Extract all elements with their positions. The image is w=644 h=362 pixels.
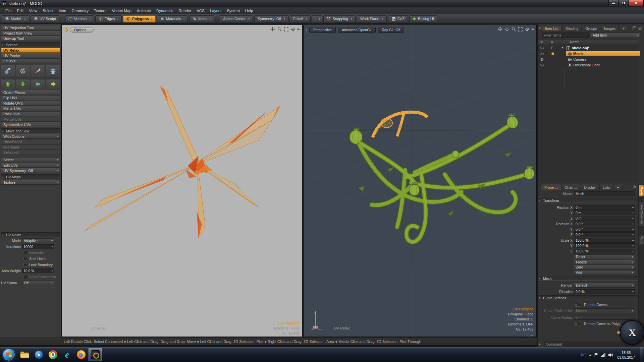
gear-icon[interactable] [291, 27, 295, 32]
reset-button[interactable]: Reset▾ [574, 254, 635, 259]
uv-map-texture-dropdown[interactable]: Texture▾ [1, 180, 60, 185]
position-z-field[interactable]: 0 m◂▸ [574, 216, 635, 221]
panel-collapse-icon[interactable]: ◀ [538, 26, 540, 29]
fit-uvs-button[interactable]: Fit UVs [1, 58, 60, 63]
side-tab-user-channels[interactable]: User Channels [639, 201, 644, 227]
light-item-label[interactable]: Directional Light [573, 63, 600, 67]
side-tab-mesh[interactable]: Mesh [639, 185, 644, 197]
render-curves-checkbox[interactable] [574, 303, 581, 307]
render-curve-as-poly-checkbox[interactable] [574, 322, 581, 326]
with-options-dropdown[interactable]: With Options▾ [1, 134, 60, 139]
uv-projection-tool-button[interactable]: UV Projection Tool [1, 25, 60, 30]
mini-slider-icon[interactable]: ◂▸ [632, 206, 634, 209]
eye-icon[interactable] [540, 58, 544, 61]
lock-boundary-checkbox[interactable] [23, 263, 27, 267]
uv-symmetry-dropdown[interactable]: UV Symmetry: Off▾ [1, 168, 60, 173]
falloff-dropdown[interactable]: Falloff▾ [290, 15, 311, 22]
maximize-button[interactable] [619, 0, 628, 6]
symmetry-dropdown[interactable]: Symmetry: Off▾ [254, 15, 288, 22]
menu-help[interactable]: Help [243, 8, 256, 13]
ray-gl-button[interactable]: Ray GL: Off [378, 27, 404, 33]
uv-relax-section-header[interactable]: ▾UV Relax [1, 232, 60, 237]
zero-button[interactable]: Zero▾ [574, 265, 635, 269]
maximize-viewport-icon[interactable] [284, 27, 288, 32]
menu-render[interactable]: Render [176, 8, 194, 13]
advanced-opengl-button[interactable]: Advanced OpenGL [338, 27, 376, 33]
mini-slider-icon[interactable]: ◂▸ [632, 290, 634, 293]
menu-animate[interactable]: Animate [134, 8, 154, 13]
spread-section-header[interactable]: ▾Spread [1, 42, 60, 47]
eye-icon[interactable] [540, 52, 544, 55]
zoom-icon[interactable] [277, 27, 282, 32]
mode-vertices-button[interactable]: Vertices 1 [65, 15, 94, 22]
expand-triangle-icon[interactable]: ▼ [561, 46, 564, 49]
rotation-z-field[interactable]: 0.0 °◂▸ [574, 232, 635, 237]
action-center-flag-icon[interactable] [594, 353, 598, 357]
tab-item-list[interactable]: Item List [542, 25, 562, 31]
show-desktop-button[interactable] [640, 347, 643, 362]
uv-move-down-button[interactable] [16, 79, 30, 89]
rotate-uvs-button[interactable]: Rotate UV's [1, 101, 60, 106]
mini-slider-icon[interactable]: ◂▸ [632, 233, 634, 236]
speaker-icon[interactable] [608, 353, 613, 357]
rotation-y-field[interactable]: 0.0 °◂▸ [574, 227, 635, 232]
gear-icon[interactable] [525, 27, 529, 32]
close-button[interactable]: × [629, 0, 644, 6]
viewport-menu-chevron-icon[interactable]: ▾ [306, 28, 307, 32]
mini-slider-icon[interactable]: ◂▸ [52, 245, 53, 248]
mini-slider-icon[interactable]: ◂▸ [52, 269, 53, 272]
menu-geometry[interactable]: Geometry [69, 8, 91, 13]
uv-move-right-button[interactable] [46, 79, 60, 89]
tree-row-camera[interactable]: Camera [538, 57, 638, 62]
camera-item-label[interactable]: Camera [573, 57, 586, 61]
goz-button[interactable]: GoZ [388, 15, 408, 22]
hidden-icons-chevron[interactable]: ▲ [589, 353, 592, 356]
gear-icon[interactable] [638, 26, 642, 30]
mesh-section-header[interactable]: ▾Mesh [538, 276, 638, 281]
curve-settings-section-header[interactable]: ▾Curve Settings [538, 295, 638, 300]
scale-z-field[interactable]: 100.0 %◂▸ [574, 249, 635, 253]
snapping-button[interactable]: Snapping▾ [323, 15, 356, 22]
eye-icon[interactable] [540, 64, 544, 67]
action-center-dropdown[interactable]: Action Center▾ [220, 15, 253, 22]
acs-kit-button[interactable]: X [620, 320, 644, 345]
mini-slider-icon[interactable]: ◂▸ [632, 250, 634, 252]
name-field[interactable]: Mesh [574, 191, 635, 196]
project-from-view-button[interactable]: Project from View [1, 31, 60, 36]
uv-stack-tool-button[interactable] [46, 65, 60, 77]
menu-item[interactable]: Item [56, 8, 69, 13]
mini-slider-icon[interactable]: ◂▸ [632, 217, 634, 220]
taskbar-internet-explorer-button[interactable]: e [60, 348, 74, 361]
maximize-viewport-icon[interactable] [518, 27, 523, 32]
pack-uvs-button[interactable]: Pack UVs [1, 111, 60, 116]
baking-ui-button[interactable]: Baking UI [409, 15, 437, 22]
mini-slider-icon[interactable]: ◂▸ [632, 239, 634, 242]
move-and-sew-section-header[interactable]: ▾Move and Sew [1, 128, 60, 133]
dissolve-field[interactable]: 0.0 %◂▸ [574, 289, 635, 294]
perspective-button[interactable]: Perspective [309, 27, 336, 33]
perspective-viewport[interactable]: ▾ Perspective Advanced OpenGL Ray GL: Of… [304, 25, 537, 337]
taskbar-modo-button[interactable] [89, 348, 102, 361]
orbit-icon[interactable] [505, 27, 509, 32]
tree-row-scene[interactable]: ▼ stiele.obj* [538, 45, 638, 51]
tab-groups[interactable]: Groups [582, 25, 600, 31]
language-indicator[interactable]: DE [581, 353, 586, 357]
side-tab-tags[interactable]: Tags [639, 234, 644, 245]
eye-icon[interactable] [540, 47, 544, 50]
zoom-icon[interactable] [512, 27, 516, 32]
pan-icon[interactable] [270, 27, 275, 32]
symmetrize-uvs-button[interactable]: Symmetrize UVs [1, 122, 60, 127]
start-button[interactable] [3, 349, 15, 361]
mode-items-button[interactable]: Items 5 [189, 15, 214, 22]
viewport-menu-icon[interactable]: ▶ [298, 27, 300, 31]
scale-x-field[interactable]: 100.0 %◂▸ [574, 238, 635, 243]
uv-move-left-button[interactable] [31, 79, 45, 89]
gear-icon[interactable] [633, 185, 637, 189]
uv-move-up-button[interactable] [1, 79, 15, 89]
seal-holes-checkbox[interactable] [23, 257, 27, 261]
menu-vertex-map[interactable]: Vertex Map [109, 8, 134, 13]
scene-item-label[interactable]: stiele.obj* [572, 46, 589, 50]
menu-select[interactable]: Select [40, 8, 56, 13]
tab-lists[interactable]: Lists [599, 184, 613, 190]
mode-edges-button[interactable]: Edges 2 [95, 15, 122, 22]
